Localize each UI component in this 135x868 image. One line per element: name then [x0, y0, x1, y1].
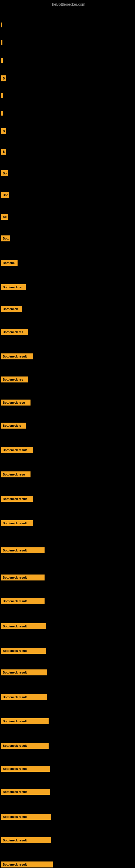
bar-row: Bottleneck result — [1, 353, 33, 360]
bar-row: Bottleneck result — [1, 598, 45, 604]
bar-label: Bottleneck result — [1, 743, 49, 749]
bar-row: Bottleneck result — [1, 862, 53, 867]
site-title: TheBottlenecker.com — [0, 0, 135, 8]
bar-row: Bottleneck result — [1, 814, 51, 820]
bar-label: Bottlene — [1, 260, 17, 266]
bars-container: BBBBoBotBoBottBottleneBottleneck reBottl… — [0, 8, 135, 862]
bar-label: B — [1, 128, 6, 134]
bar-row — [1, 111, 3, 116]
bar-label: Bottleneck — [1, 306, 22, 312]
bar-label: Bottleneck result — [1, 694, 47, 700]
bar-row: Bottleneck result — [1, 547, 45, 553]
bar-label: Bottleneck result — [1, 648, 46, 654]
bar-row: Bo — [1, 214, 8, 220]
bar-label: Bottleneck result — [1, 520, 33, 526]
bar-row: Bottleneck result — [1, 837, 51, 843]
bar-label: Bottleneck res — [1, 329, 28, 335]
bar-row: Bottleneck result — [1, 766, 50, 772]
bar-label: Bottleneck result — [1, 447, 33, 453]
bar-label: Bottleneck result — [1, 547, 45, 553]
bar-row: Bottleneck result — [1, 447, 33, 453]
bar-label: Bottleneck result — [1, 496, 33, 502]
bar-row: B — [1, 75, 6, 82]
bar-row: Bottleneck res — [1, 329, 28, 335]
bar-row: Bott — [1, 236, 10, 241]
bar-small — [1, 40, 2, 45]
bar-label: Bottleneck re — [1, 423, 26, 429]
bar-row: Bottleneck result — [1, 496, 33, 502]
bar-label: B — [1, 75, 6, 82]
bar-small — [1, 93, 3, 98]
bar-row: Bo — [1, 170, 8, 176]
bar-label: Bottleneck resu — [1, 471, 31, 477]
bar-label: Bottleneck resu — [1, 400, 31, 405]
bar-label: Bottleneck res — [1, 376, 28, 382]
bar-row: Bottleneck — [1, 306, 22, 312]
bar-label: Bo — [1, 214, 8, 220]
bar-label: Bottleneck result — [1, 814, 51, 820]
bar-small — [1, 23, 2, 27]
bar-label: Bottleneck re — [1, 284, 26, 290]
bar-label: B — [1, 149, 6, 155]
bar-label: Bottleneck result — [1, 575, 45, 581]
bar-row: B — [1, 149, 6, 155]
bar-label: Bottleneck result — [1, 670, 47, 675]
bar-label: Bottleneck result — [1, 862, 53, 867]
bar-label: Bott — [1, 236, 10, 241]
bar-label: Bottleneck result — [1, 766, 50, 772]
bar-row: Bottleneck re — [1, 423, 26, 429]
bar-label: Bottleneck result — [1, 837, 51, 843]
bar-row: Bottlene — [1, 260, 17, 266]
bar-label: Bottleneck result — [1, 598, 45, 604]
bar-row — [1, 40, 2, 45]
bar-label: Bottleneck result — [1, 789, 50, 795]
bar-row: Bottleneck result — [1, 648, 46, 654]
bar-label: Bot — [1, 192, 9, 198]
bar-row: Bottleneck result — [1, 743, 49, 749]
bar-row: Bottleneck result — [1, 670, 47, 675]
bar-label: Bottleneck result — [1, 353, 33, 360]
bar-row: Bottleneck result — [1, 694, 47, 700]
bar-small — [1, 111, 3, 116]
bar-row — [1, 93, 3, 98]
bar-row: Bottleneck result — [1, 520, 33, 526]
bar-label: Bo — [1, 170, 8, 176]
bar-label: Bottleneck result — [1, 623, 46, 629]
bar-row: Bottleneck res — [1, 376, 28, 382]
bar-row: B — [1, 128, 6, 134]
bar-row: Bottleneck result — [1, 623, 46, 629]
bar-label: Bottleneck result — [1, 718, 49, 724]
bar-row — [1, 23, 2, 27]
bar-row: Bottleneck resu — [1, 471, 31, 477]
bar-row: Bottleneck re — [1, 284, 26, 290]
bar-row: Bot — [1, 192, 9, 198]
bar-row: Bottleneck result — [1, 575, 45, 581]
bar-row: Bottleneck resu — [1, 400, 31, 405]
bar-small — [1, 58, 3, 63]
bar-row: Bottleneck result — [1, 789, 50, 795]
bar-row: Bottleneck result — [1, 718, 49, 724]
bar-row — [1, 58, 3, 63]
